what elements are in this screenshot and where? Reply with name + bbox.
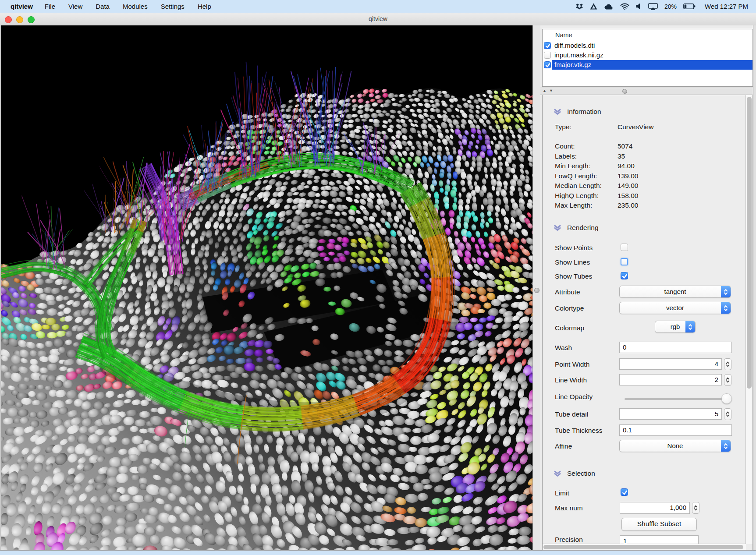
shuffle-subset-button[interactable]: Shuffle Subset <box>621 518 697 531</box>
splitter-grip-icon[interactable] <box>622 89 627 94</box>
show-lines-checkbox[interactable] <box>621 258 628 265</box>
line-opacity-label: Line Opacity <box>555 393 593 401</box>
info-lowq-label: LowQ Length: <box>555 172 597 180</box>
layer-checkbox-unchecked[interactable] <box>544 52 551 59</box>
info-labels-label: Labels: <box>555 152 577 160</box>
line-opacity-slider[interactable] <box>625 398 728 400</box>
point-width-field[interactable]: 4 <box>619 358 722 370</box>
dropdown-arrows-icon <box>721 440 731 452</box>
max-num-field[interactable]: 1,000 <box>620 502 690 514</box>
app-menu[interactable]: qitview <box>0 3 38 10</box>
limit-checkbox[interactable] <box>621 488 628 496</box>
layer-checkbox-checked[interactable] <box>544 61 551 68</box>
disclosure-icon[interactable] <box>554 470 561 477</box>
menu-modules[interactable]: Modules <box>116 3 154 10</box>
scrollbar-thumb[interactable] <box>543 545 743 549</box>
colortype-label: Colortype <box>555 304 584 312</box>
show-tubes-label: Show Tubes <box>555 272 592 280</box>
onedrive-icon[interactable] <box>604 4 614 10</box>
wash-label: Wash <box>555 344 572 352</box>
menu-settings[interactable]: Settings <box>154 3 191 10</box>
line-width-label: Line Width <box>555 376 587 384</box>
colormap-label: Colormap <box>555 324 584 332</box>
menu-data[interactable]: Data <box>89 3 116 10</box>
list-item-input-mask[interactable]: input.mask.nii.gz <box>543 50 752 60</box>
list-item-diff-models[interactable]: diff.models.dti <box>543 41 752 50</box>
dropdown-arrows-icon <box>721 302 731 314</box>
menu-view[interactable]: View <box>62 3 89 10</box>
scrollbar-thumb[interactable] <box>747 97 752 389</box>
menu-clock[interactable]: Wed 12:27 PM <box>702 3 748 10</box>
info-maxlen-label: Max Length: <box>555 201 592 209</box>
disclosure-icon[interactable] <box>554 109 561 115</box>
section-rendering[interactable]: Rendering <box>567 224 599 232</box>
colortype-dropdown[interactable]: vector <box>619 302 731 314</box>
attribute-dropdown[interactable]: tangent <box>619 286 731 298</box>
battery-icon <box>683 4 696 9</box>
info-count-value: 5074 <box>618 142 632 150</box>
disclosure-icon[interactable] <box>554 225 561 231</box>
tube-detail-stepper[interactable] <box>724 408 731 420</box>
layer-checkbox-checked[interactable] <box>544 42 551 49</box>
dropbox-icon[interactable] <box>575 4 583 10</box>
column-divider <box>552 31 552 39</box>
info-type-value: CurvesView <box>618 123 653 131</box>
info-type-label: Type: <box>555 123 571 131</box>
battery-percent: 20% <box>664 3 677 10</box>
tube-thickness-field[interactable]: 0.1 <box>619 424 732 436</box>
window-title: qitview <box>0 15 756 22</box>
menu-help[interactable]: Help <box>191 3 218 10</box>
sort-ascending-icon[interactable]: ▲ <box>543 88 547 93</box>
line-width-stepper[interactable] <box>724 374 731 386</box>
info-highq-value: 158.00 <box>618 192 638 200</box>
info-median-value: 149.00 <box>618 182 638 190</box>
list-header[interactable]: Name <box>543 29 752 41</box>
line-width-field[interactable]: 2 <box>619 374 722 385</box>
list-item-fmajor[interactable]: fmajor.vtk.gz <box>543 60 752 70</box>
name-column-header[interactable]: Name <box>555 32 572 39</box>
tractography-viewport[interactable] <box>1 25 532 550</box>
sort-descending-icon[interactable]: ▼ <box>549 88 553 93</box>
wash-field[interactable]: 0 <box>619 342 732 353</box>
horizontal-splitter[interactable]: ▲ ▼ <box>540 88 756 95</box>
section-information[interactable]: Information <box>567 108 601 116</box>
show-tubes-checkbox[interactable] <box>621 272 628 279</box>
precision-label: Precision <box>555 536 583 544</box>
info-minlen-value: 94.00 <box>618 162 635 170</box>
info-median-label: Median Length: <box>555 182 602 190</box>
show-lines-label: Show Lines <box>555 258 590 266</box>
info-minlen-label: Min Length: <box>555 162 590 170</box>
limit-label: Limit <box>555 489 569 497</box>
menu-file[interactable]: File <box>38 3 62 10</box>
window-title-bar: qitview <box>0 13 756 26</box>
info-labels-value: 35 <box>618 152 625 160</box>
volume-icon[interactable] <box>636 3 642 10</box>
attribute-label: Attribute <box>555 288 580 296</box>
airplay-icon[interactable] <box>648 3 658 10</box>
tube-detail-label: Tube detail <box>555 410 588 418</box>
colormap-dropdown[interactable]: rgb <box>655 321 696 333</box>
status-area: 20% Wed 12:27 PM <box>575 0 756 13</box>
info-maxlen-value: 235.00 <box>618 201 638 209</box>
max-num-stepper[interactable] <box>692 502 699 514</box>
horizontal-scrollbar[interactable] <box>543 544 746 550</box>
drive-icon[interactable] <box>590 3 597 10</box>
section-selection[interactable]: Selection <box>567 470 595 477</box>
properties-panel: Information Type: CurvesView Count: 5074… <box>542 95 753 550</box>
dropdown-arrows-icon <box>685 321 695 332</box>
layer-list: Name diff.models.dti input.mask.nii.gz f… <box>542 29 753 87</box>
tube-detail-field[interactable]: 5 <box>619 408 722 420</box>
dropdown-arrows-icon <box>721 286 731 297</box>
splitter-grip-icon[interactable] <box>534 288 539 293</box>
point-width-stepper[interactable] <box>724 358 731 370</box>
show-points-checkbox[interactable] <box>621 244 628 251</box>
window-right-edge <box>753 25 756 550</box>
line-opacity-knob[interactable] <box>721 393 732 404</box>
info-count-label: Count: <box>555 142 575 150</box>
wifi-icon[interactable] <box>620 3 629 10</box>
affine-label: Affine <box>555 442 572 450</box>
affine-dropdown[interactable]: None <box>619 440 731 452</box>
tube-thickness-label: Tube Thickness <box>555 427 603 435</box>
vertical-scrollbar[interactable] <box>745 95 752 544</box>
qitview-app: qitview File View Data Modules Settings … <box>0 0 756 555</box>
